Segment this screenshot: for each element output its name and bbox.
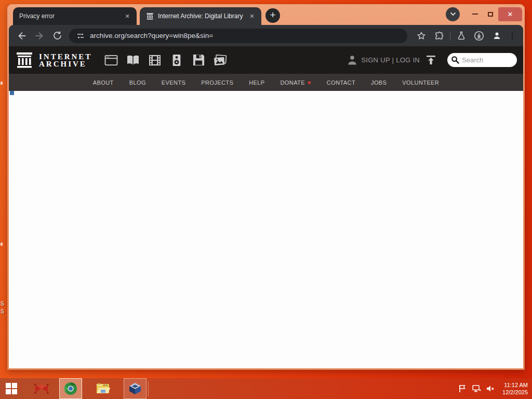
desktop-icon-label-fragment: S <box>1 301 4 307</box>
extensions-button[interactable] <box>430 27 448 45</box>
chevron-down-icon <box>450 12 456 16</box>
wordmark-line1: INTERNET <box>39 53 92 60</box>
virtualbox-icon <box>128 382 142 395</box>
browser-window: Privacy error ✕ Internet Archive: Digita… <box>7 4 525 370</box>
new-tab-button[interactable]: + <box>265 8 280 23</box>
archive-favicon-icon <box>146 12 154 20</box>
archive-header-right: SIGN UP | LOG IN <box>348 53 517 67</box>
action-center-flag-icon[interactable]: ✕ <box>457 383 468 394</box>
software-icon[interactable] <box>192 54 205 67</box>
web-icon[interactable] <box>104 54 118 67</box>
tab-title: Internet Archive: Digital Library <box>158 12 248 20</box>
network-icon[interactable] <box>471 383 482 394</box>
profile-button[interactable] <box>488 27 506 45</box>
page-content <box>9 91 523 368</box>
notification-error-badge: ✕ <box>465 390 469 395</box>
archive-header: INTERNET ARCHIVE <box>9 46 523 74</box>
volume-muted-icon[interactable] <box>485 383 496 394</box>
taskbar-virtualbox-button[interactable] <box>124 378 147 399</box>
heart-icon: ♥ <box>308 79 311 86</box>
maximize-icon <box>488 12 493 17</box>
nav-item-events[interactable]: EVENTS <box>162 79 185 86</box>
nav-item-volunteer[interactable]: VOLUNTEER <box>402 79 439 86</box>
menu-button[interactable]: ⋮ <box>506 27 519 45</box>
maximize-button[interactable] <box>483 7 498 21</box>
tab-title: Privacy error <box>19 12 123 20</box>
nav-item-contact[interactable]: CONTACT <box>327 79 355 86</box>
labs-button[interactable] <box>453 27 470 45</box>
puzzle-icon <box>434 31 444 41</box>
system-tray: ✕ 11:12 AM 12/2/2025 <box>457 381 532 396</box>
minimize-button[interactable] <box>467 7 483 21</box>
toolbar-divider <box>450 31 450 41</box>
tab-close-icon[interactable]: ✕ <box>248 12 256 20</box>
video-icon[interactable] <box>148 54 162 67</box>
nav-item-blog[interactable]: BLOG <box>129 79 146 86</box>
url-text[interactable]: archive.org/search?query=win8pe&sin= <box>90 32 213 39</box>
loading-fragment <box>10 91 14 95</box>
search-icon <box>451 56 460 64</box>
forward-arrow-icon <box>34 30 45 42</box>
nav-item-about[interactable]: ABOUT <box>93 79 114 86</box>
taskbar-browser-button[interactable] <box>59 378 82 399</box>
reload-button[interactable] <box>48 27 66 45</box>
flask-icon <box>456 31 467 41</box>
nav-item-jobs[interactable]: JOBS <box>371 79 387 86</box>
tab-search-button[interactable] <box>446 7 460 21</box>
media-type-row <box>104 54 227 67</box>
nav-item-projects[interactable]: PROJECTS <box>201 79 233 86</box>
nav-item-donate[interactable]: DONATE ♥ <box>281 79 311 86</box>
upload-icon[interactable] <box>426 55 436 65</box>
archive-nav: ABOUT BLOG EVENTS PROJECTS HELP DONATE ♥… <box>9 74 523 91</box>
folder-icon <box>96 382 110 395</box>
titlebar: Privacy error ✕ Internet Archive: Digita… <box>9 4 523 25</box>
nav-item-help[interactable]: HELP <box>249 79 264 86</box>
start-button[interactable] <box>0 378 23 399</box>
desktop-icon-fragment <box>1 82 3 85</box>
desktop-icon-label-fragment: S <box>1 309 4 314</box>
windows-logo-icon <box>6 383 17 394</box>
signup-login-link[interactable]: SIGN UP | LOG IN <box>361 56 420 64</box>
clock-date: 12/2/2025 <box>502 389 528 396</box>
archive-search <box>447 53 517 67</box>
reload-icon <box>52 30 63 41</box>
browser-app-icon <box>64 382 77 395</box>
tab-internet-archive[interactable]: Internet Archive: Digital Library ✕ <box>140 7 261 25</box>
address-bar[interactable]: archive.org/search?query=win8pe&sin= <box>69 29 407 43</box>
window-controls: ✕ <box>446 6 522 22</box>
back-arrow-icon <box>16 30 28 42</box>
profile-icon <box>491 30 502 41</box>
desktop-icon-fragment <box>1 243 3 246</box>
minimize-icon <box>472 14 478 15</box>
tab-close-icon[interactable]: ✕ <box>123 12 131 20</box>
user-icon <box>348 55 357 65</box>
taskbar-file-explorer-button[interactable] <box>91 378 114 399</box>
taskbar: ✕ 11:12 AM 12/2/2025 <box>0 378 532 399</box>
site-settings-icon[interactable] <box>76 32 85 40</box>
red-app-icon <box>34 382 49 395</box>
taskbar-divider <box>148 381 149 396</box>
internet-archive-wordmark[interactable]: INTERNET ARCHIVE <box>39 53 92 68</box>
downloads-button[interactable] <box>470 27 488 45</box>
audio-icon[interactable] <box>170 54 183 67</box>
browser-toolbar: archive.org/search?query=win8pe&sin= <box>9 25 523 46</box>
star-icon <box>416 31 427 41</box>
close-button[interactable]: ✕ <box>498 7 522 21</box>
tab-privacy-error[interactable]: Privacy error ✕ <box>13 7 137 25</box>
images-icon[interactable] <box>214 54 227 67</box>
bookmark-button[interactable] <box>413 27 430 45</box>
taskbar-clock[interactable]: 11:12 AM 12/2/2025 <box>499 381 528 396</box>
internet-archive-logo-icon[interactable] <box>15 51 34 70</box>
taskbar-app-red[interactable] <box>30 378 53 399</box>
wordmark-line2: ARCHIVE <box>39 60 92 68</box>
texts-icon[interactable] <box>126 54 140 67</box>
forward-button[interactable] <box>31 27 48 45</box>
download-icon <box>473 30 485 42</box>
back-button[interactable] <box>13 27 31 45</box>
clock-time: 11:12 AM <box>502 381 528 389</box>
